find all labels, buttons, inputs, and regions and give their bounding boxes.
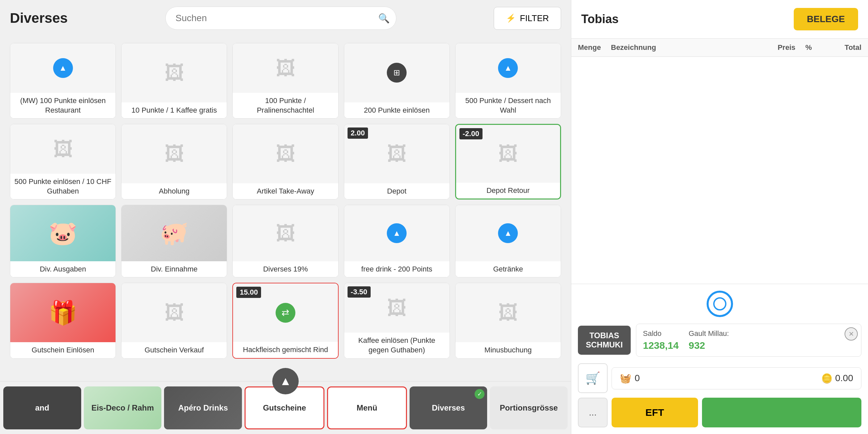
product-card[interactable]: 🖼 -3.50 Kaffee einlösen (Punkte gegen Gu…: [344, 283, 450, 358]
product-label: Div. Ausgaben: [10, 261, 116, 278]
product-label: Diverses 19%: [233, 261, 338, 278]
eft-button[interactable]: EFT: [612, 398, 698, 427]
col-header-preis: Preis: [752, 43, 796, 52]
target-indicator: [578, 291, 861, 317]
filter-icon: ⚡: [506, 13, 516, 23]
right-panel: Tobias BELEGE Menge Bezeichnung Preis % …: [571, 0, 868, 434]
nav-item-menu[interactable]: Menü: [327, 386, 407, 429]
product-card[interactable]: 🐖 Div. Einnahme: [121, 205, 227, 278]
product-icon: ▲: [53, 58, 73, 78]
product-label: Div. Einnahme: [121, 261, 227, 278]
close-saldo-button[interactable]: ✕: [844, 327, 858, 341]
product-image: 🖼: [456, 283, 561, 342]
basket-actions: 🛒 🧺 0 🪙 0.00: [578, 363, 861, 393]
product-label: Hackfleisch gemischt Rind: [233, 342, 338, 358]
product-card[interactable]: 🖼 Diverses 19%: [232, 205, 338, 278]
product-card[interactable]: 🐷 Div. Ausgaben: [10, 205, 116, 278]
search-bar: 🔍: [165, 7, 396, 30]
saldo-label: Saldo: [643, 329, 679, 338]
saldo-card: Saldo 1238,14 Gault Millau: 932 ✕: [636, 324, 861, 357]
product-card[interactable]: ▲ free drink - 200 Points: [344, 205, 450, 278]
nav-item-diverses[interactable]: ✓ Diverses: [410, 386, 488, 429]
product-label: 500 Punkte einlösen / 10 CHF Guthaben: [10, 174, 116, 199]
customer-name: Tobias: [581, 12, 619, 26]
product-label: Getränke: [456, 261, 561, 278]
basket-info: 🧺 0 🪙 0.00: [612, 367, 861, 389]
product-icon: 🐷: [10, 205, 116, 261]
product-image: ▲: [10, 43, 116, 93]
product-image: ▲: [344, 205, 450, 261]
basket-amount-value: 0.00: [835, 373, 854, 383]
gaultmillau-value: 932: [688, 340, 729, 351]
product-card[interactable]: ▲ Getränke: [455, 205, 561, 278]
product-image: ▲: [456, 43, 561, 93]
cart-button[interactable]: 🛒: [578, 363, 608, 393]
product-image: 🖼: [10, 124, 116, 174]
product-label: 200 Punkte einlösen: [344, 103, 450, 119]
product-icon: 🖼: [10, 124, 116, 174]
more-button[interactable]: ...: [578, 398, 608, 427]
product-icon: ⊞: [387, 63, 407, 83]
nav-item-eis[interactable]: Eis-Deco / Rahm: [84, 386, 162, 429]
product-icon: ▲: [498, 58, 518, 78]
nav-and-label: and: [35, 403, 50, 412]
product-image: 🖼: [233, 205, 338, 261]
product-icon: 🖼: [121, 124, 227, 183]
product-card[interactable]: ⇄ 15.00 Hackfleisch gemischt Rind: [232, 283, 338, 358]
product-card[interactable]: 🖼 Minusbuchung: [455, 283, 561, 358]
product-card[interactable]: ▲ 500 Punkte / Dessert nach Wahl: [455, 43, 561, 119]
product-icon: 🖼: [121, 43, 227, 103]
product-label: (MW) 100 Punkte einlösen Restaurant: [10, 93, 116, 118]
page-title: Diverses: [10, 10, 68, 26]
nav-menu-label: Menü: [356, 403, 377, 412]
pay-button[interactable]: [702, 398, 861, 427]
order-items: [571, 57, 868, 284]
product-icon: 🖼: [233, 43, 338, 93]
product-card[interactable]: 🖼 10 Punkte / 1 Kaffee gratis: [121, 43, 227, 119]
search-input[interactable]: [165, 7, 396, 30]
nav-checkmark-icon: ✓: [474, 389, 485, 399]
product-card[interactable]: 🖼 500 Punkte einlösen / 10 CHF Guthaben: [10, 124, 116, 200]
col-header-pct: %: [796, 43, 822, 52]
nav-item-and[interactable]: and: [3, 386, 81, 429]
belege-button[interactable]: BELEGE: [794, 8, 858, 30]
nav-item-portionsgroesse[interactable]: Portionsgrösse: [490, 386, 568, 429]
nav-eis-label: Eis-Deco / Rahm: [91, 403, 154, 412]
product-icon: 🐖: [121, 205, 227, 261]
product-card[interactable]: 🖼 Gutschein Verkauf: [121, 283, 227, 358]
product-label: Abholung: [121, 183, 227, 200]
product-icon: 🖼: [233, 124, 338, 183]
basket-count: 0: [635, 373, 640, 383]
nav-item-apero[interactable]: Apéro Drinks: [164, 386, 242, 429]
price-badge: -3.50: [347, 286, 371, 297]
col-header-total: Total: [822, 43, 861, 52]
filter-button[interactable]: ⚡ FILTER: [494, 7, 561, 30]
product-label: 100 Punkte / Pralinenschachtel: [233, 93, 338, 118]
product-image: ⊞: [344, 43, 450, 103]
scroll-up-button[interactable]: ▲: [272, 368, 299, 394]
product-icon: 🖼: [456, 283, 561, 342]
product-label: Minusbuchung: [456, 342, 561, 358]
product-card[interactable]: 🎁 Gutschein Einlösen: [10, 283, 116, 358]
customer-badge-line2: SCHMUKI: [585, 340, 624, 349]
product-label: Gutschein Verkauf: [121, 342, 227, 358]
customer-badge[interactable]: TOBIAS SCHMUKI: [578, 326, 631, 355]
product-image: 🐷: [10, 205, 116, 261]
gaultmillau-item: Gault Millau: 932: [688, 329, 729, 351]
col-header-bezeichnung: Bezeichnung: [611, 43, 752, 52]
nav-gutscheine-label: Gutscheine: [263, 403, 306, 412]
product-label: free drink - 200 Points: [344, 261, 450, 278]
product-icon: 🖼: [121, 283, 227, 342]
product-card[interactable]: 🖼 Artikel Take-Away: [232, 124, 338, 200]
right-header: Tobias BELEGE: [571, 0, 868, 39]
product-card[interactable]: 🖼 100 Punkte / Pralinenschachtel: [232, 43, 338, 119]
product-image: 🎁: [10, 283, 116, 342]
product-card[interactable]: ⊞ 200 Punkte einlösen: [344, 43, 450, 119]
product-card[interactable]: 🖼 -2.00 Depot Retour: [455, 124, 561, 200]
product-card[interactable]: 🖼 Abholung: [121, 124, 227, 200]
product-image: 🖼: [121, 124, 227, 183]
customer-card: TOBIAS SCHMUKI Saldo 1238,14 Gault Milla…: [578, 324, 861, 357]
product-card[interactable]: 🖼 2.00 Depot: [344, 124, 450, 200]
product-image: 🖼 -2.00: [456, 125, 560, 183]
product-card[interactable]: ▲ (MW) 100 Punkte einlösen Restaurant: [10, 43, 116, 119]
